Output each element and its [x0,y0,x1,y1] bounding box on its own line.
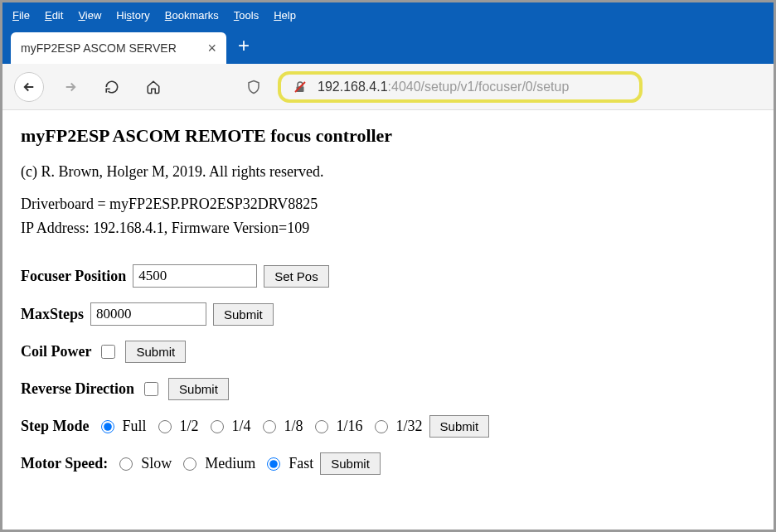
url-highlight-box: 192.168.4.1:4040/setup/v1/focuser/0/setu… [278,71,643,103]
step-mode-half-radio[interactable] [158,420,172,433]
step-mode-thirtysecond-label: 1/32 [396,415,423,438]
reverse-direction-label: Reverse Direction [21,378,134,400]
maxsteps-submit-button[interactable]: Submit [213,303,274,326]
step-mode-eighth-label: 1/8 [284,415,303,438]
shield-icon[interactable] [246,80,261,94]
browser-tab[interactable]: myFP2ESP ASCOM SERVER × [11,32,226,64]
page-content: myFP2ESP ASCOM REMOTE focus controller (… [2,110,774,486]
step-mode-row: Step Mode Full 1/2 1/4 1/8 1/16 1/32 Sub… [21,415,755,438]
reload-button[interactable] [97,72,127,102]
motor-speed-medium-label: Medium [205,452,255,475]
step-mode-eighth-radio[interactable] [263,420,276,433]
reverse-direction-row: Reverse Direction Submit [21,378,755,400]
reverse-direction-submit-button[interactable]: Submit [168,378,229,400]
maxsteps-input[interactable] [90,302,206,326]
url-text[interactable]: 192.168.4.1:4040/setup/v1/focuser/0/setu… [318,80,569,94]
focuser-position-label: Focuser Position [21,265,126,288]
step-mode-sixteenth-radio[interactable] [315,420,328,433]
copyright-text: (c) R. Brown, Holger M, 2019. All rights… [21,161,755,183]
page-title: myFP2ESP ASCOM REMOTE focus controller [21,122,755,149]
motor-speed-slow-radio[interactable] [119,457,133,471]
motor-speed-slow-label: Slow [141,452,172,475]
motor-speed-submit-button[interactable]: Submit [320,452,381,475]
menu-bookmarks[interactable]: Bookmarks [165,9,219,22]
home-button[interactable] [138,72,168,102]
home-icon [146,80,161,94]
coil-power-row: Coil Power Submit [21,341,755,363]
step-mode-full-radio[interactable] [101,420,114,433]
menu-file[interactable]: File [12,9,30,22]
maxsteps-label: MaxSteps [21,303,84,326]
coil-power-submit-button[interactable]: Submit [125,341,186,363]
arrow-right-icon [63,80,78,94]
motor-speed-medium-radio[interactable] [183,457,196,471]
forward-button[interactable] [56,72,85,102]
motor-speed-row: Motor Speed: Slow Medium Fast Submit [21,452,755,475]
step-mode-sixteenth-label: 1/16 [337,415,363,438]
focuser-position-input[interactable] [133,264,257,288]
back-button[interactable] [14,72,44,102]
coil-power-checkbox[interactable] [101,345,115,359]
focuser-position-row: Focuser Position Set Pos [21,264,755,288]
step-mode-half-label: 1/2 [180,415,199,438]
reverse-direction-checkbox[interactable] [144,382,158,396]
step-mode-thirtysecond-radio[interactable] [375,420,388,433]
browser-toolbar: 192.168.4.1:4040/setup/v1/focuser/0/setu… [2,64,774,110]
menu-history[interactable]: History [116,9,149,22]
step-mode-quarter-label: 1/4 [232,415,251,438]
coil-power-label: Coil Power [21,341,91,363]
ip-firmware-text: IP Address: 192.168.4.1, Firmware Versio… [21,217,755,239]
close-icon[interactable]: × [207,40,216,57]
menu-view[interactable]: View [78,9,101,22]
motor-speed-label: Motor Speed: [21,452,108,475]
browser-menubar: File Edit View History Bookmarks Tools H… [2,2,774,27]
motor-speed-fast-radio[interactable] [267,457,280,471]
maxsteps-row: MaxSteps Submit [21,302,755,326]
step-mode-quarter-radio[interactable] [211,420,224,433]
step-mode-submit-button[interactable]: Submit [429,415,490,438]
menu-edit[interactable]: Edit [45,9,63,22]
browser-tabbar: myFP2ESP ASCOM SERVER × + [2,27,774,64]
url-bar-area: 192.168.4.1:4040/setup/v1/focuser/0/setu… [246,71,762,103]
new-tab-button[interactable]: + [238,34,250,57]
arrow-left-icon [22,80,36,94]
reload-icon [104,80,119,94]
set-pos-button[interactable]: Set Pos [264,265,329,288]
menu-help[interactable]: Help [274,9,296,22]
tab-title: myFP2ESP ASCOM SERVER [21,41,177,55]
motor-speed-fast-label: Fast [289,452,313,475]
driverboard-text: Driverboard = myFP2ESP.PRO2ESP32DRV8825 [21,193,755,215]
step-mode-full-label: Full [123,415,147,438]
insecure-lock-icon[interactable] [293,80,308,94]
step-mode-label: Step Mode [21,415,90,438]
menu-tools[interactable]: Tools [234,9,259,22]
